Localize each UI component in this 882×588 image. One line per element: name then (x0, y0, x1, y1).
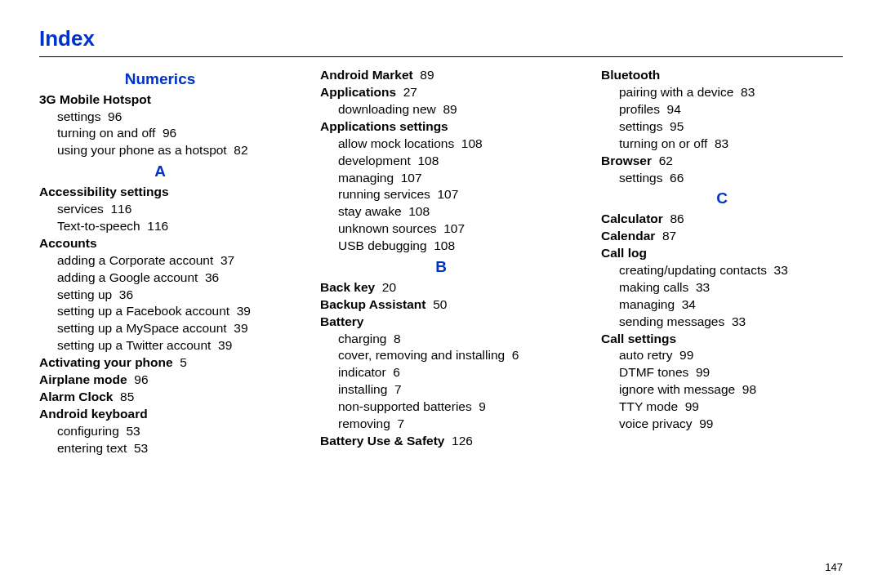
index-subentry-text: downloading new (338, 102, 436, 116)
index-subentry-page: 6 (393, 365, 400, 379)
index-heading-text: Activating your phone (39, 355, 173, 369)
index-subentry-text: unknown sources (338, 221, 437, 235)
index-subentry: using your phone as a hotspot 82 (57, 142, 281, 159)
index-heading-page: 86 (670, 212, 684, 225)
index-subentry-text: managing (338, 171, 394, 185)
index-subentry-page: 99 (699, 416, 713, 430)
index-heading: Applications 27 (320, 84, 562, 101)
index-heading-page: 27 (403, 85, 417, 99)
index-subentry: managing 107 (338, 170, 562, 187)
index-subentry-text: running services (338, 187, 430, 201)
index-heading: Alarm Clock 85 (39, 389, 281, 406)
index-subentry-page: 66 (670, 171, 684, 185)
index-subentry: unknown sources 107 (338, 220, 562, 238)
index-subentry: settings 96 (57, 109, 281, 126)
index-subentry-page: 89 (443, 102, 457, 116)
index-subentry-text: profiles (619, 102, 660, 116)
index-heading: Backup Assistant 50 (320, 296, 562, 314)
index-heading: Activating your phone 5 (39, 354, 281, 372)
index-heading-text: Alarm Clock (39, 390, 113, 403)
index-heading: Call log (601, 245, 843, 262)
index-column: Bluetoothpairing with a device 83profile… (601, 67, 843, 457)
index-heading-page: 62 (659, 154, 673, 167)
index-subentry-page: 95 (670, 119, 684, 133)
index-heading-text: Accessibility settings (39, 185, 169, 198)
index-heading-text: Bluetooth (601, 68, 660, 82)
index-subentry-page: 9 (479, 399, 486, 413)
index-heading-text: Applications (320, 85, 396, 99)
index-subentry: configuring 53 (57, 423, 281, 440)
index-subentry-text: services (57, 202, 104, 216)
index-subentry-text: setting up a MySpace account (57, 321, 227, 335)
index-heading-text: Accounts (39, 236, 97, 250)
index-subentry: managing 34 (619, 296, 843, 314)
index-subentry: removing 7 (338, 416, 562, 433)
index-subentry-page: 36 (119, 287, 133, 301)
index-subentry: sending messages 33 (619, 314, 843, 331)
index-subentry-text: setting up (57, 287, 112, 301)
index-heading-page: 126 (452, 434, 473, 448)
index-subentry: making calls 33 (619, 279, 843, 296)
index-subentry-page: 39 (234, 321, 247, 335)
index-subentry-text: sending messages (619, 314, 724, 328)
index-subentry-text: settings (57, 109, 100, 123)
index-subentry: setting up a MySpace account 39 (57, 320, 281, 337)
index-subentry-text: non-supported batteries (338, 399, 472, 413)
index-heading-text: Battery Use & Safety (320, 434, 444, 448)
index-subentry-page: 99 (679, 348, 693, 362)
index-subentry-page: 39 (237, 304, 251, 318)
section-letter: C (601, 188, 843, 209)
index-subentry-page: 36 (205, 270, 219, 284)
index-heading-text: Call log (601, 246, 647, 260)
index-heading: Accessibility settings (39, 184, 281, 201)
index-subentry-page: 7 (394, 382, 402, 396)
index-heading-text: Battery (320, 314, 363, 328)
index-subentry-text: cover, removing and installing (338, 348, 505, 362)
index-heading-text: Back key (320, 280, 375, 294)
index-subentry-text: creating/updating contacts (619, 263, 767, 277)
index-subentry-page: 33 (696, 280, 710, 294)
index-subentry: non-supported batteries 9 (338, 399, 562, 416)
index-subentry: downloading new 89 (338, 101, 562, 118)
index-subentry: profiles 94 (619, 101, 843, 118)
index-heading-text: Android keyboard (39, 407, 148, 421)
index-heading-page: 87 (662, 229, 676, 243)
index-subentry-text: indicator (338, 365, 386, 379)
index-subentry-page: 7 (397, 416, 404, 430)
index-subentry: running services 107 (338, 186, 562, 203)
index-heading-text: Airplane mode (39, 372, 127, 386)
index-heading-text: Calendar (601, 229, 655, 243)
index-subentry-text: adding a Corporate account (57, 253, 213, 267)
index-subentry-page: 6 (512, 348, 519, 362)
index-subentry-text: using your phone as a hotspot (57, 143, 227, 157)
index-subentry: adding a Corporate account 37 (57, 252, 281, 270)
page-number: 147 (825, 561, 843, 573)
index-heading-text: Applications settings (320, 119, 448, 133)
index-subentry: development 108 (338, 153, 562, 170)
index-subentry-text: adding a Google account (57, 270, 198, 284)
index-heading-text: Backup Assistant (320, 297, 426, 311)
index-columns: Numerics3G Mobile Hotspotsettings 96turn… (39, 67, 843, 457)
index-subentry-text: removing (338, 416, 390, 430)
index-heading: Airplane mode 96 (39, 372, 281, 389)
index-heading: Battery (320, 314, 562, 331)
index-subentry-page: 94 (667, 102, 681, 116)
index-subentry: settings 95 (619, 118, 843, 136)
index-subentry-text: charging (338, 332, 386, 345)
index-subentry-page: 83 (741, 85, 755, 99)
index-heading: Calendar 87 (601, 228, 843, 245)
index-subentry: settings 66 (619, 170, 843, 187)
index-subentry-page: 82 (234, 143, 247, 157)
page-title: Index (39, 26, 843, 51)
index-subentry: allow mock locations 108 (338, 136, 562, 153)
index-subentry-text: stay awake (338, 204, 402, 218)
section-letter: Numerics (39, 69, 281, 90)
index-subentry: adding a Google account 36 (57, 270, 281, 287)
index-subentry: creating/updating contacts 33 (619, 262, 843, 279)
index-subentry-page: 116 (147, 219, 168, 233)
index-subentry: charging 8 (338, 331, 562, 348)
index-subentry-text: installing (338, 382, 387, 396)
index-subentry-page: 108 (461, 136, 483, 150)
index-subentry-text: making calls (619, 280, 688, 294)
index-subentry-page: 107 (437, 187, 458, 201)
